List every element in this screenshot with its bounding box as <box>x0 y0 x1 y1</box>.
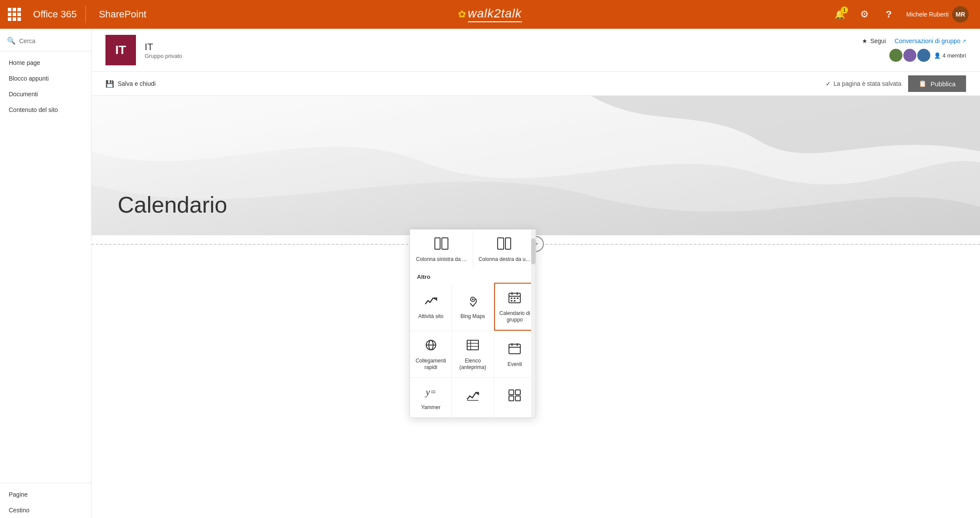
svg-rect-15 <box>514 300 515 301</box>
sidebar-item-homepage[interactable]: Home page <box>0 55 91 71</box>
bing-maps-label: Bing Maps <box>461 313 485 320</box>
save-icon: 💾 <box>105 80 114 88</box>
svg-rect-3 <box>498 238 504 249</box>
popup-scrollbar[interactable] <box>531 230 536 417</box>
attivita-icon <box>424 295 437 310</box>
bing-maps-icon <box>466 295 479 310</box>
sidebar-item-notebook[interactable]: Blocco appunti <box>0 71 91 86</box>
sharepoint-name[interactable]: SharePoint <box>86 9 159 20</box>
calendario-icon <box>508 291 521 307</box>
publish-button[interactable]: 📋 Pubblica <box>908 75 966 92</box>
group-logo: IT <box>105 35 136 65</box>
star-icon: ★ <box>862 37 868 44</box>
group-name: IT <box>145 41 182 53</box>
trend-item[interactable] <box>452 378 493 417</box>
svg-rect-19 <box>467 340 478 350</box>
publish-label: Pubblica <box>930 80 956 88</box>
site-logo: ✿ walk2talk <box>458 7 522 22</box>
conversations-label: Conversazioni di gruppo <box>895 37 960 44</box>
notifications-button[interactable]: 🔔 1 <box>829 3 851 26</box>
svg-rect-31 <box>509 396 514 401</box>
help-button[interactable]: ? <box>878 3 900 26</box>
collegamenti-rapidi-item[interactable]: Collegamenti rapidi <box>410 331 451 377</box>
attivita-sito-item[interactable]: Attività sito <box>410 283 451 331</box>
trend-icon <box>466 389 479 404</box>
calendario-label: Calendario di gruppo <box>499 310 530 324</box>
toolbar-bar: 💾 Salva e chiudi ✓ La pagina è stata sal… <box>92 72 980 96</box>
sidebar-item-site-contents[interactable]: Contenuto del sito <box>0 102 91 118</box>
user-menu-button[interactable]: Michele Ruberti MR <box>902 3 973 25</box>
popup-section-label: Altro <box>410 269 536 283</box>
svg-rect-2 <box>442 238 448 249</box>
svg-rect-30 <box>515 390 520 395</box>
user-avatar: MR <box>952 6 969 23</box>
publish-icon: 📋 <box>919 80 927 88</box>
svg-rect-29 <box>509 390 514 395</box>
col-right-item[interactable]: Colonna destra da u... <box>473 230 536 269</box>
search-button[interactable]: 🔍 Cerca <box>0 32 91 51</box>
group-header-bar: IT IT Gruppo privato ★ Segui Conversazio… <box>92 29 980 72</box>
save-close-button[interactable]: 💾 Salva e chiudi <box>105 80 156 88</box>
calendario-gruppo-item[interactable]: Calendario di gruppo <box>494 283 536 331</box>
svg-rect-13 <box>517 298 519 299</box>
col-left-icon <box>434 237 448 253</box>
svg-rect-1 <box>435 238 440 249</box>
main-layout: 🔍 Cerca Home page Blocco appunti Documen… <box>0 29 980 518</box>
popup-top-section: Colonna sinistra da ... Colonna destra d… <box>410 230 536 269</box>
follow-button[interactable]: ★ Segui <box>862 37 886 44</box>
elenco-label: Elenco (anteprima) <box>456 358 489 371</box>
page-title-section: Calendario <box>118 192 227 218</box>
tiles-item[interactable] <box>494 378 536 417</box>
eventi-icon <box>508 342 521 358</box>
page-title: Calendario <box>118 192 227 218</box>
col-left-label: Colonna sinistra da ... <box>416 256 467 263</box>
user-name: Michele Ruberti <box>906 11 949 18</box>
yammer-icon: y= <box>424 386 437 401</box>
check-icon: ✓ <box>826 80 831 87</box>
sidebar-item-recycle[interactable]: Cestino <box>0 502 91 518</box>
help-icon: ? <box>886 9 892 20</box>
bing-maps-item[interactable]: Bing Maps <box>452 283 493 331</box>
tiles-icon <box>508 389 521 404</box>
notification-badge: 1 <box>841 7 848 14</box>
svg-rect-11 <box>511 298 512 299</box>
eventi-item[interactable]: Eventi <box>494 331 536 377</box>
yammer-item[interactable]: y= Yammer <box>410 378 451 417</box>
svg-rect-4 <box>505 238 511 249</box>
top-nav-right: 🔔 1 ⚙ ? Michele Ruberti MR <box>829 3 980 26</box>
sidebar-item-pages[interactable]: Pagine <box>0 487 91 502</box>
member-avatar-2 <box>902 48 917 63</box>
elenco-item[interactable]: Elenco (anteprima) <box>452 331 493 377</box>
waffle-icon <box>8 8 21 21</box>
content-area: IT IT Gruppo privato ★ Segui Conversazio… <box>92 29 980 518</box>
group-header-right: ★ Segui Conversazioni di gruppo ↗ 👤 4 me… <box>862 37 966 63</box>
settings-button[interactable]: ⚙ <box>853 3 876 26</box>
logo-gear-icon: ✿ <box>458 9 467 20</box>
gear-icon: ⚙ <box>860 9 869 20</box>
group-header-actions: ★ Segui Conversazioni di gruppo ↗ <box>862 37 966 44</box>
saved-text: La pagina è stata salvata <box>834 80 902 87</box>
page-hero: Calendario <box>92 96 980 235</box>
sidebar-item-documents[interactable]: Documenti <box>0 86 91 102</box>
external-link-icon: ↗ <box>962 38 966 44</box>
waffle-menu-button[interactable] <box>0 0 29 29</box>
members-count: 👤 4 membri <box>934 52 966 59</box>
group-type: Gruppo privato <box>145 53 182 59</box>
collegamenti-label: Collegamenti rapidi <box>414 358 447 371</box>
conversations-link[interactable]: Conversazioni di gruppo ↗ <box>895 37 966 44</box>
popup-grid-section: Attività sito Bing Maps <box>410 283 536 417</box>
svg-text:y=: y= <box>425 386 437 397</box>
group-members: 👤 4 membri <box>888 48 966 63</box>
svg-rect-32 <box>515 396 520 401</box>
search-icon: 🔍 <box>7 37 16 45</box>
web-part-picker-popup: Colonna sinistra da ... Colonna destra d… <box>410 229 536 418</box>
app-name[interactable]: Office 365 <box>29 6 86 23</box>
group-info: IT Gruppo privato <box>145 41 182 59</box>
eventi-label: Eventi <box>508 361 522 368</box>
svg-rect-23 <box>509 344 520 354</box>
members-count-label: 4 membri <box>943 52 966 59</box>
member-avatar-1 <box>888 48 903 63</box>
col-left-item[interactable]: Colonna sinistra da ... <box>410 230 473 269</box>
collegamenti-icon <box>424 339 437 354</box>
save-label: Salva e chiudi <box>118 80 156 87</box>
